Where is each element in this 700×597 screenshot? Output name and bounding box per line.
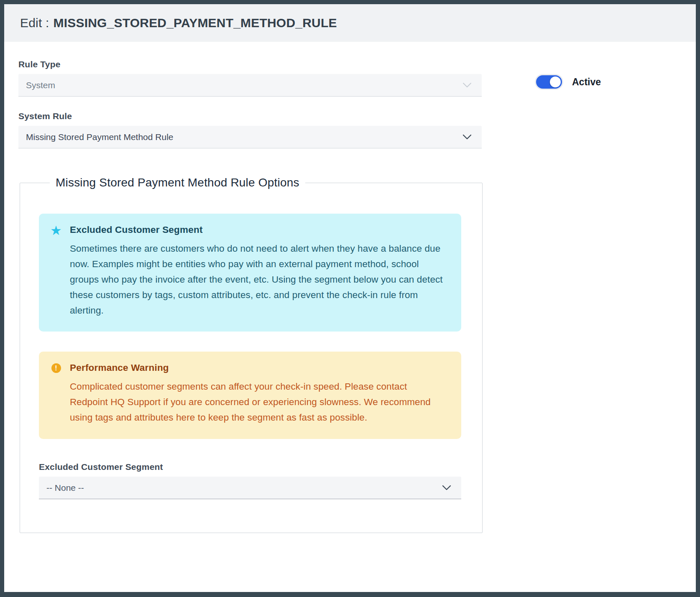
system-rule-value: Missing Stored Payment Method Rule xyxy=(26,132,174,142)
rule-type-field: Rule Type System xyxy=(18,59,482,97)
excluded-segment-select[interactable]: -- None -- xyxy=(39,477,461,499)
system-rule-select[interactable]: Missing Stored Payment Method Rule xyxy=(18,126,482,148)
edit-rule-page: Edit :MISSING_STORED_PAYMENT_METHOD_RULE… xyxy=(0,0,700,597)
active-toggle-group: Active xyxy=(536,75,601,89)
warning-alert-content: Performance Warning Complicated customer… xyxy=(70,362,445,426)
system-rule-field: System Rule Missing Stored Payment Metho… xyxy=(18,111,482,148)
active-toggle[interactable] xyxy=(536,75,562,89)
rule-type-label: Rule Type xyxy=(18,59,482,69)
excluded-segment-info-alert: ★ Excluded Customer Segment Sometimes th… xyxy=(39,214,461,332)
warning-alert-title: Performance Warning xyxy=(70,362,445,373)
page-title-rule-name: MISSING_STORED_PAYMENT_METHOD_RULE xyxy=(54,16,337,30)
page-header: Edit :MISSING_STORED_PAYMENT_METHOD_RULE xyxy=(4,4,696,42)
info-alert-title: Excluded Customer Segment xyxy=(70,225,445,235)
info-alert-content: Excluded Customer Segment Sometimes ther… xyxy=(70,225,445,318)
excluded-segment-field: Excluded Customer Segment -- None -- xyxy=(39,462,461,499)
rule-type-row: Rule Type System Active xyxy=(18,59,696,97)
toggle-knob-icon xyxy=(550,77,561,87)
chevron-down-icon xyxy=(462,134,472,140)
system-rule-label: System Rule xyxy=(18,111,482,121)
active-toggle-label: Active xyxy=(572,77,601,88)
star-icon: ★ xyxy=(50,225,62,237)
rule-options-legend: Missing Stored Payment Method Rule Optio… xyxy=(50,176,305,189)
rule-type-select[interactable]: System xyxy=(18,74,482,97)
page-title: Edit :MISSING_STORED_PAYMENT_METHOD_RULE xyxy=(20,16,337,30)
info-alert-body: Sometimes there are customers who do not… xyxy=(70,241,445,318)
chevron-down-icon xyxy=(442,485,451,490)
performance-warning-alert: ! Performance Warning Complicated custom… xyxy=(39,352,461,439)
form-content: Rule Type System Active System Rule Miss… xyxy=(4,42,696,533)
warning-alert-body: Complicated customer segments can affect… xyxy=(70,379,445,426)
excluded-segment-label: Excluded Customer Segment xyxy=(39,462,461,472)
page-title-prefix: Edit : xyxy=(20,16,49,30)
excluded-segment-value: -- None -- xyxy=(46,483,84,493)
chevron-down-icon xyxy=(462,82,472,88)
rule-type-value: System xyxy=(26,80,55,90)
rule-options-section: Missing Stored Payment Method Rule Optio… xyxy=(20,176,483,533)
warning-icon: ! xyxy=(51,363,61,373)
